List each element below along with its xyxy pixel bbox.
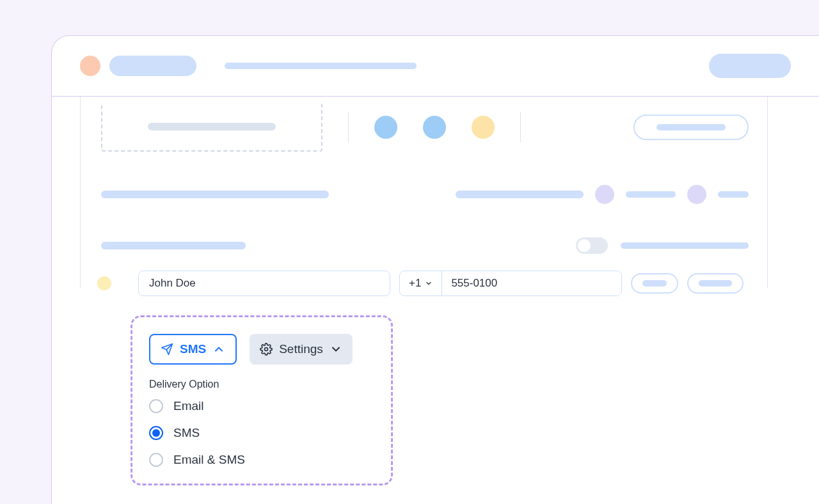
radio-icon	[149, 453, 163, 467]
radio-option-email[interactable]: Email	[149, 399, 374, 413]
delivery-radio-group: Email SMS Email & SMS	[149, 399, 374, 467]
app-header	[52, 36, 819, 97]
text-placeholder	[626, 191, 676, 198]
radio-label: Email	[173, 399, 204, 413]
app-window: +1 SMS Sett	[51, 35, 819, 504]
chevron-up-icon	[212, 343, 225, 356]
radio-icon	[149, 399, 163, 413]
panel-right-border	[767, 97, 768, 288]
info-row-2	[101, 237, 819, 254]
country-code-select[interactable]: +1	[400, 271, 442, 295]
sms-tab-label: SMS	[180, 342, 206, 356]
swatch-blue-1[interactable]	[374, 116, 397, 139]
logo-mark	[80, 56, 100, 76]
text-placeholder	[101, 191, 329, 198]
text-placeholder	[456, 191, 584, 198]
phone-field: +1	[399, 271, 622, 296]
settings-tab[interactable]: Settings	[250, 334, 353, 365]
header-action-button[interactable]	[709, 54, 791, 78]
outline-button-label-placeholder	[656, 124, 726, 130]
text-placeholder	[718, 191, 749, 198]
send-icon	[161, 343, 173, 356]
toggle-label-placeholder	[621, 242, 749, 249]
swatch-yellow[interactable]	[472, 116, 495, 139]
settings-tab-label: Settings	[279, 342, 323, 356]
avatar-placeholder	[687, 185, 706, 204]
drop-area[interactable]	[101, 103, 322, 152]
swatch-blue-2[interactable]	[423, 116, 446, 139]
divider	[520, 112, 521, 143]
recipient-row: +1	[101, 271, 819, 296]
toolbar-row	[101, 103, 819, 152]
header-subtitle-placeholder	[225, 63, 417, 69]
drop-area-label-placeholder	[148, 123, 276, 130]
info-row-1	[101, 185, 819, 204]
gear-icon	[260, 343, 273, 356]
toggle-switch[interactable]	[576, 237, 608, 254]
radio-label: SMS	[173, 426, 200, 440]
action-button-2[interactable]	[687, 273, 743, 294]
sms-tab[interactable]: SMS	[149, 334, 237, 365]
logo-text-placeholder	[109, 56, 196, 76]
phone-input[interactable]	[442, 271, 621, 295]
radio-option-sms[interactable]: SMS	[149, 426, 374, 440]
chevron-down-icon	[330, 343, 342, 356]
radio-option-email-sms[interactable]: Email & SMS	[149, 453, 374, 467]
divider	[348, 112, 349, 143]
action-button-1[interactable]	[631, 273, 678, 294]
name-input[interactable]	[138, 271, 390, 296]
svg-point-2	[265, 348, 268, 351]
text-placeholder	[101, 242, 246, 249]
radio-icon	[149, 426, 163, 440]
content-panel: +1 SMS Sett	[80, 97, 819, 288]
delivery-section-label: Delivery Option	[149, 379, 374, 390]
outline-button[interactable]	[633, 114, 749, 140]
country-code-value: +1	[409, 277, 421, 290]
radio-label: Email & SMS	[173, 453, 245, 467]
row-marker-icon	[97, 276, 111, 290]
chevron-down-icon	[425, 280, 433, 287]
avatar-placeholder	[595, 185, 614, 204]
delivery-option-panel: SMS Settings Delivery Option Email	[131, 315, 393, 485]
